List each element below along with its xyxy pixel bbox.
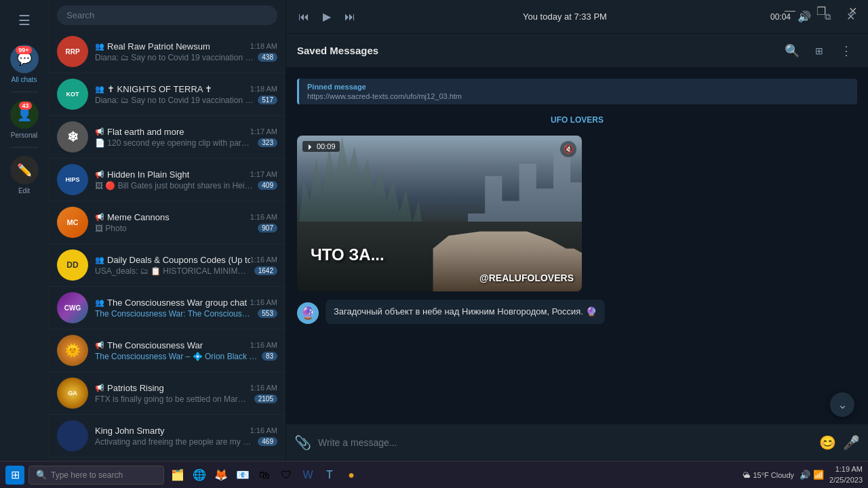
taskbar-icon-mail[interactable]: 📧 [233,466,252,485]
hamburger-menu-button[interactable]: ☰ [11,7,38,34]
taskbar-icon-browser1[interactable]: 🦊 [212,466,231,485]
unread-count: 2105 [254,394,277,403]
chat-item-knights-of-terra[interactable]: KOT 👥 ✝ KNIGHTS OF TERRA ✝ 1:18 AM Diana… [49,73,285,116]
message-input[interactable] [318,437,812,448]
chat-item-king-john-smarty[interactable]: King John Smarty 1:16 AM Activating and … [49,415,285,458]
chat-list-panel: RRP 👥 Real Raw Patriot Newsum 1:18 AM Di… [49,0,286,461]
taskbar-search[interactable]: 🔍 Type here to search [28,466,164,485]
chat-item-consciousness-war-group[interactable]: CWG 👥 The Consciousness War group chat 1… [49,287,285,329]
chat-name: 📢 Meme Cannons [95,212,170,222]
microphone-button[interactable]: 🎤 [843,434,860,451]
network-icon[interactable]: 📶 [813,470,824,480]
next-button[interactable]: ⏭ [340,7,359,26]
taskbar-sys-icons: 🌥 15°F Cloudy [743,471,794,479]
chat-preview-text: Diana: 🗂 Say no to Covid 19 vaccination … [95,53,254,62]
taskbar-time-display: 1:19 AM [829,464,863,474]
chat-time: 1:18 AM [250,85,277,93]
taskbar-date-display: 2/25/2023 [829,475,863,485]
unread-count: 1642 [254,266,277,275]
attach-button[interactable]: 📎 [294,434,311,451]
video-title: You today at 7:33 PM [523,12,607,22]
all-chats-label: All chats [12,76,37,83]
prev-button[interactable]: ⏮ [294,7,313,26]
nav-divider-1 [11,92,38,92]
close-button[interactable]: ✕ [837,0,868,22]
chat-item-patriots-rising[interactable]: GA 📢 Patriots Rising 1:16 AM FTX is fina… [49,372,285,415]
chat-item-consciousness-war[interactable]: 🌞 📢 The Consciousness War 1:16 AM The Co… [49,329,285,372]
unread-count: 469 [258,437,277,446]
weather-text: 15°F Cloudy [753,471,794,479]
chat-item-hidden-in-plain-sight[interactable]: HIPS 📢 Hidden In Plain Sight 1:17 AM 🖼 🔴… [49,159,285,201]
explorer-icon: 🗂️ [171,468,184,481]
scroll-down-button[interactable]: ⌄ [830,392,854,417]
chat-preview-text: The Consciousness War – 💠 Orion Black Le… [95,352,258,361]
chat-name: 👥 Daily Deals & Coupons Codes (Up to 90%… [95,255,250,265]
layout-button[interactable]: ⊞ [808,40,830,62]
personal-label: Personal [11,131,37,139]
video-mute-button[interactable]: 🔇 [560,141,576,157]
chat-time: 1:17 AM [250,170,277,178]
taskbar-left: ⊞ 🔍 Type here to search 🗂️ 🌐 🦊 📧 🛍 🛡 W T… [5,466,361,485]
msg-avatar: 🔮 [297,302,319,324]
volume-icon[interactable]: 🔊 [800,470,810,480]
group-icon: 👥 [95,298,104,307]
emoji-button[interactable]: 😊 [819,434,836,451]
more-options-button[interactable]: ⋮ [835,40,857,62]
sidebar-item-all-chats[interactable]: 99+ 💬 All chats [0,41,48,87]
taskbar-icon-security[interactable]: 🛡 [277,466,296,485]
timer-icon: ⏵ [307,142,314,150]
maximize-button[interactable]: ❐ [806,0,837,22]
chat-preview-text: Diana: 🗂 Say no to Covid 19 vaccination … [95,96,254,105]
chat-info: 👥 Real Raw Patriot Newsum 1:18 AM Diana:… [95,41,277,62]
taskbar-icon-word[interactable]: W [298,466,317,485]
taskbar-icon-explorer[interactable]: 🗂️ [168,466,187,485]
chat-name: 📢 Hidden In Plain Sight [95,169,189,180]
app2-icon: ● [348,469,355,481]
search-bar [49,0,285,30]
chat-item-daily-deals[interactable]: DD 👥 Daily Deals & Coupons Codes (Up to … [49,244,285,287]
taskbar-right: 🌥 15°F Cloudy 🔊 📶 1:19 AM 2/25/2023 [743,464,863,485]
chat-name: 📢 Patriots Rising [95,383,164,393]
taskbar-search-text: Type here to search [51,470,123,480]
app-container: ☰ 99+ 💬 All chats 43 👤 Personal ✏️ Edit [0,0,868,461]
personal-badge: 43 [19,102,31,110]
search-chat-button[interactable]: 🔍 [781,40,803,62]
avatar: GA [57,378,88,409]
pinned-message-bar[interactable]: Pinned message https://www.sacred-texts.… [297,79,857,104]
sidebar-item-edit[interactable]: ✏️ Edit [0,152,48,199]
avatar: CWG [57,292,88,323]
video-message[interactable]: ЧТО ЗА... @REALUFOLOVERS ⏵ 00:09 🔇 [297,136,582,291]
taskbar-icon-store[interactable]: 🛍 [255,466,274,485]
chat-item-flat-earth[interactable]: ❄ 📢 Flat earth and more 1:17 AM 📄 120 se… [49,116,285,159]
chat-time: 1:16 AM [250,426,277,434]
megaphone-icon: 📢 [95,213,104,222]
edge-icon: 🌐 [193,468,206,481]
pinned-url: https://www.sacred-texts.com/ufo/mj12_03… [307,92,849,100]
play-button[interactable]: ▶ [317,7,336,26]
chat-item-real-raw-patriot[interactable]: RRP 👥 Real Raw Patriot Newsum 1:18 AM Di… [49,30,285,73]
search-input[interactable] [57,5,277,25]
avatar: KOT [57,79,88,110]
right-panel: ⏮ ▶ ⏭ You today at 7:33 PM 00:04 🔊 ⧉ ✕ S… [286,0,868,461]
chat-preview-text: 📄 120 second eye opening clip with paral… [95,138,254,148]
start-button[interactable]: ⊞ [5,466,24,485]
video-overlay-text: ЧТО ЗА... [311,245,384,264]
chat-item-meme-cannons[interactable]: MC 📢 Meme Cannons 1:16 AM 🖼 Photo 907 [49,201,285,244]
sidebar-item-personal[interactable]: 43 👤 Personal [0,96,48,143]
store-icon: 🛍 [259,469,270,481]
megaphone-icon: 📢 [95,170,104,179]
chat-time: 1:16 AM [250,256,277,264]
unread-count: 517 [258,96,277,104]
chat-info: 📢 Hidden In Plain Sight 1:17 AM 🖼 🔴 Bill… [95,169,277,190]
taskbar-icon-edge[interactable]: 🌐 [190,466,209,485]
chat-time: 1:16 AM [250,213,277,221]
chat-name: 👥 ✝ KNIGHTS OF TERRA ✝ [95,84,212,94]
chat-time: 1:16 AM [250,384,277,392]
taskbar-icon-app2[interactable]: ● [342,466,361,485]
edit-icon: ✏️ [10,156,39,184]
hamburger-icon: ☰ [18,12,31,28]
chat-info: 👥 Daily Deals & Coupons Codes (Up to 90%… [95,255,277,276]
all-chats-badge: 99+ [16,46,31,54]
taskbar-icon-app1[interactable]: T [320,466,339,485]
minimize-button[interactable]: — [774,0,806,22]
